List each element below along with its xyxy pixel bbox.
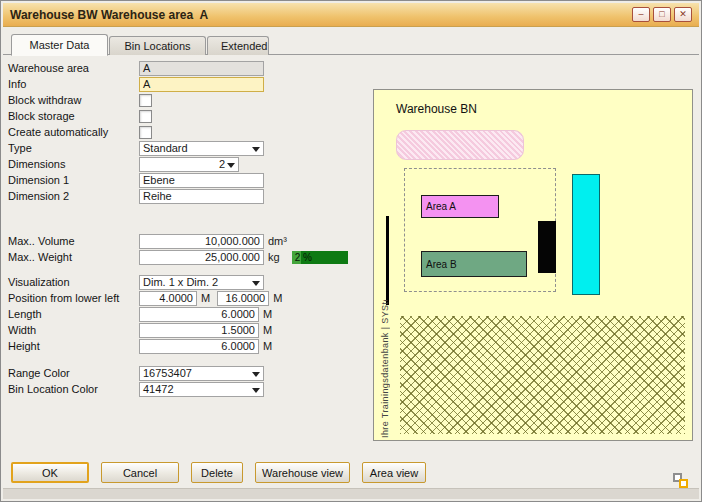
max-weight-row: Max.. Weight 25,000.000 kg 2 %	[8, 249, 366, 265]
dimensions-label: Dimensions	[8, 158, 139, 170]
warehouse-area-window: Warehouse BW Warehouse area A – □ ✕ Mast…	[0, 0, 702, 502]
width-row: Width 1.5000 M	[8, 322, 366, 338]
block-storage-checkbox[interactable]	[139, 110, 152, 123]
height-row: Height 6.0000 M	[8, 338, 366, 354]
cancel-button[interactable]: Cancel	[101, 462, 179, 483]
layout-front-square	[679, 479, 688, 488]
max-volume-unit: dm³	[268, 235, 287, 247]
capacity-usage-bar: 2 %	[292, 251, 348, 264]
type-dropdown[interactable]: Standard	[139, 141, 264, 156]
height-label: Height	[8, 340, 139, 352]
dimensions-row: Dimensions 2	[8, 156, 366, 172]
area-b-rect[interactable]: Area B	[421, 251, 527, 277]
width-label: Width	[8, 324, 139, 336]
position-x-field[interactable]: 4.0000	[139, 291, 197, 306]
info-label: Info	[8, 78, 139, 90]
cyan-block	[572, 174, 600, 295]
chevron-down-icon	[252, 147, 260, 152]
position-y-unit: M	[273, 292, 282, 304]
minimize-icon[interactable]: –	[632, 7, 650, 22]
dimension-2-field[interactable]: Reihe	[139, 189, 264, 204]
max-volume-label: Max.. Volume	[8, 235, 139, 247]
usage-percentage: 2 %	[295, 251, 312, 264]
warehouse-area-field: A	[139, 61, 264, 76]
warehouse-view-button[interactable]: Warehouse view	[255, 462, 350, 483]
warehouse-area-row: Warehouse area A	[8, 60, 366, 76]
black-block	[538, 221, 556, 273]
chevron-down-icon	[252, 281, 260, 286]
dimension-1-field[interactable]: Ebene	[139, 173, 264, 188]
position-label: Position from lower left	[8, 292, 139, 304]
create-automatically-checkbox[interactable]	[139, 126, 152, 139]
title-bar: Warehouse BW Warehouse area A – □ ✕	[3, 3, 699, 27]
tab-bin-locations[interactable]: Bin Locations	[109, 36, 206, 55]
length-unit: M	[263, 308, 272, 320]
area-view-button[interactable]: Area view	[362, 462, 426, 483]
max-weight-field[interactable]: 25,000.000	[139, 250, 264, 265]
position-x-unit: M	[201, 292, 210, 304]
range-color-row: Range Color 16753407	[8, 365, 366, 381]
wall-line	[386, 216, 389, 305]
dimension-2-label: Dimension 2	[8, 190, 139, 202]
info-row: Info A	[8, 76, 366, 92]
type-label: Type	[8, 142, 139, 154]
dimensions-dropdown[interactable]: 2	[139, 157, 239, 172]
max-weight-unit: kg	[268, 251, 280, 263]
window-bottom-frame	[3, 488, 699, 499]
position-y-field[interactable]: 16.0000	[217, 291, 269, 306]
area-a-rect[interactable]: Area A	[421, 195, 499, 218]
chevron-down-icon	[227, 163, 235, 168]
dimension-1-label: Dimension 1	[8, 174, 139, 186]
visualization-row: Visualization Dim. 1 x Dim. 2	[8, 274, 366, 290]
height-unit: M	[263, 340, 272, 352]
width-unit: M	[263, 324, 272, 336]
visualization-title: Warehouse BN	[396, 102, 477, 116]
range-color-label: Range Color	[8, 367, 139, 379]
max-volume-row: Max.. Volume 10,000.000 dm³	[8, 233, 366, 249]
watermark-text: Ihre Trainingsdatenbank | SYSteam GmbH	[380, 300, 390, 438]
block-withdraw-checkbox[interactable]	[139, 94, 152, 107]
cross-hatched-zone	[400, 316, 685, 434]
master-data-form: Warehouse area A Info A Block withdraw B…	[8, 60, 366, 397]
chevron-down-icon	[252, 372, 260, 377]
dimension-2-row: Dimension 2 Reihe	[8, 188, 366, 204]
close-icon[interactable]: ✕	[674, 7, 692, 22]
block-storage-label: Block storage	[8, 110, 139, 122]
position-row: Position from lower left 4.0000 M 16.000…	[8, 290, 366, 306]
block-storage-row: Block storage	[8, 108, 366, 124]
length-field[interactable]: 6.0000	[139, 307, 259, 322]
length-label: Length	[8, 308, 139, 320]
width-field[interactable]: 1.5000	[139, 323, 259, 338]
tab-strip: Master Data Bin Locations Extended	[3, 32, 699, 55]
warehouse-visualization-panel: Warehouse BN Area A Area B Ihre Training…	[373, 89, 693, 441]
maximize-icon[interactable]: □	[653, 7, 671, 22]
block-withdraw-label: Block withdraw	[8, 94, 139, 106]
max-weight-label: Max.. Weight	[8, 251, 139, 263]
max-volume-field[interactable]: 10,000.000	[139, 234, 264, 249]
chevron-down-icon	[252, 388, 260, 393]
create-automatically-label: Create automatically	[8, 126, 139, 138]
create-automatically-row: Create automatically	[8, 124, 366, 140]
action-button-bar: OK Cancel Delete Warehouse view Area vie…	[11, 462, 426, 483]
length-row: Length 6.0000 M	[8, 306, 366, 322]
dimension-1-row: Dimension 1 Ebene	[8, 172, 366, 188]
layout-windows-icon[interactable]	[673, 473, 688, 488]
hatched-pink-zone	[396, 130, 524, 160]
bin-location-color-dropdown[interactable]: 41472	[139, 382, 264, 397]
bin-location-color-label: Bin Location Color	[8, 383, 139, 395]
range-color-dropdown[interactable]: 16753407	[139, 366, 264, 381]
height-field[interactable]: 6.0000	[139, 339, 259, 354]
visualization-dropdown[interactable]: Dim. 1 x Dim. 2	[139, 275, 264, 290]
info-field[interactable]: A	[139, 77, 264, 92]
ok-button[interactable]: OK	[11, 462, 89, 483]
delete-button[interactable]: Delete	[191, 462, 243, 483]
block-withdraw-row: Block withdraw	[8, 92, 366, 108]
tab-master-data[interactable]: Master Data	[11, 34, 108, 56]
warehouse-area-label: Warehouse area	[8, 62, 139, 74]
type-row: Type Standard	[8, 140, 366, 156]
bin-location-color-row: Bin Location Color 41472	[8, 381, 366, 397]
tab-extended[interactable]: Extended	[207, 36, 269, 55]
visualization-label: Visualization	[8, 276, 139, 288]
window-title: Warehouse BW Warehouse area A	[10, 8, 208, 22]
window-controls: – □ ✕	[632, 7, 692, 22]
